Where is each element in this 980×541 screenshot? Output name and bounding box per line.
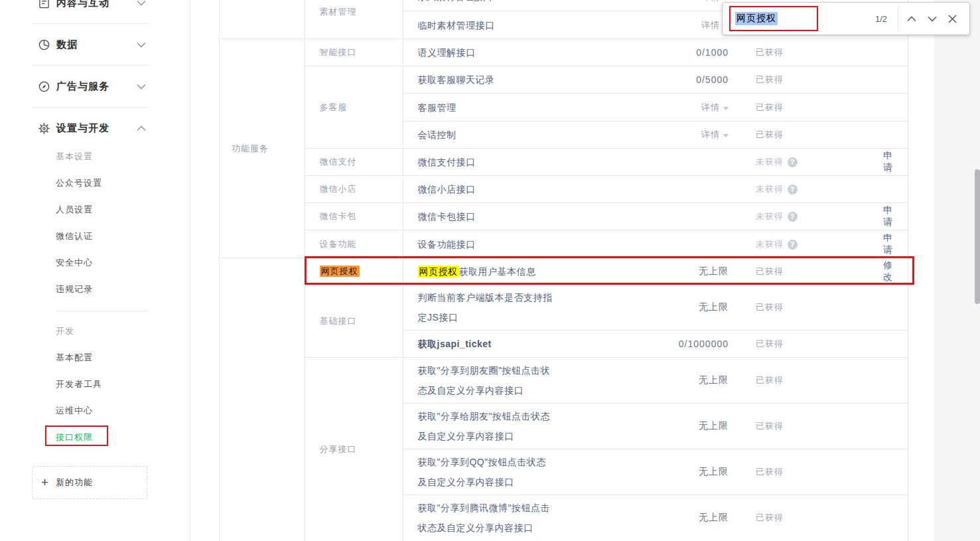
question-mark-icon[interactable]: ? — [788, 157, 798, 167]
table-row: 微信支付 微信支付接口 未获得? 申请 — [220, 149, 909, 176]
modify-link[interactable]: 修改 — [883, 260, 893, 282]
detail-link[interactable]: 详情 — [701, 102, 720, 112]
apply-link[interactable]: 申请 — [883, 150, 893, 173]
find-previous-button[interactable] — [901, 7, 922, 30]
detail-link[interactable]: 详情 — [701, 0, 720, 2]
group-label-function-services: 功能服务 — [220, 39, 305, 258]
quota-value: 无上限 — [611, 258, 734, 285]
api-name: 获取用户基本信息 — [459, 266, 536, 277]
detail-link[interactable]: 详情 — [701, 20, 720, 30]
caret-down-icon — [723, 107, 729, 110]
sidebar: 内容与互动 数据 广告与服务 设置与开发 — [0, 0, 190, 541]
table-row: 微信小店 微信小店接口 未获得? — [220, 176, 909, 203]
api-name: 微信支付接口 — [418, 152, 555, 172]
category-wechat-card: 微信卡包 — [305, 203, 403, 230]
category-multi-customer-service: 多客服 — [305, 66, 403, 149]
find-close-button[interactable] — [942, 7, 963, 30]
quota-value: 无上限 — [611, 285, 734, 331]
sidebar-section-content-interaction[interactable]: 内容与互动 — [0, 0, 190, 23]
find-next-button[interactable] — [922, 7, 942, 30]
category-share-api: 分享接口 — [305, 358, 403, 541]
api-name: 客服管理 — [418, 98, 555, 117]
api-name: 语义理解接口 — [418, 42, 555, 62]
table-row-web-auth: 网页授权 网页授权获取用户基本信息 无上限 已获得 修改 — [220, 258, 909, 285]
api-name: 获取"分享到腾讯微博"按钮点击状态及自定义分享内容接口 — [418, 498, 555, 538]
status-not-obtained: 未获得 — [756, 239, 784, 249]
table-row: 功能服务 智能接口 语义理解接口 0/1000 已获得 — [220, 39, 909, 66]
sidebar-item-security-center[interactable]: 安全中心 — [0, 250, 190, 276]
sidebar-group-header-basic-settings: 基本设置 — [0, 143, 190, 170]
ads-compass-icon — [38, 80, 50, 93]
find-result-count: 1/2 — [875, 14, 887, 24]
table-row: 设备功能 设备功能接口 未获得? 申请 — [220, 230, 909, 258]
status-obtained: 已获得 — [734, 495, 876, 541]
group-cell-empty — [220, 0, 305, 39]
caret-down-icon — [723, 134, 729, 137]
category-smart-api: 智能接口 — [305, 39, 403, 66]
api-name: 获取"分享到朋友圈"按钮点击状态及自定义分享内容接口 — [418, 360, 555, 400]
sidebar-item-wechat-verification[interactable]: 微信认证 — [0, 223, 190, 250]
question-mark-icon[interactable]: ? — [788, 240, 798, 250]
chevron-up-icon — [137, 125, 146, 131]
sidebar-section-settings-dev[interactable]: 设置与开发 — [0, 108, 190, 149]
sidebar-item-staff-settings[interactable]: 人员设置 — [0, 196, 190, 223]
sidebar-item-violation-records[interactable]: 违规记录 — [0, 276, 190, 303]
api-name: 微信小店接口 — [418, 179, 555, 199]
quota-value: 无上限 — [611, 449, 734, 495]
question-mark-icon[interactable]: ? — [788, 185, 798, 194]
sidebar-section-data[interactable]: 数据 — [0, 24, 190, 65]
category-wechat-store: 微信小店 — [305, 176, 403, 203]
status-obtained: 已获得 — [734, 258, 876, 285]
settings-gear-icon — [38, 122, 50, 135]
sidebar-section-label: 数据 — [56, 39, 78, 51]
new-feature-label: 新的功能 — [56, 477, 93, 489]
sidebar-item-developer-tools[interactable]: 开发者工具 — [0, 371, 190, 398]
category-basic-api: 基础接口 — [305, 285, 403, 358]
content-doc-icon — [38, 0, 50, 9]
api-name: 设备功能接口 — [418, 234, 555, 254]
api-name: 判断当前客户端版本是否支持指定JS接口 — [418, 287, 555, 327]
table-row: 分享接口 获取"分享到朋友圈"按钮点击状态及自定义分享内容接口 无上限 已获得 — [220, 358, 909, 404]
sidebar-group-header-development: 开发 — [0, 318, 190, 345]
category-material-management: 素材管理 — [305, 0, 403, 39]
api-name: 永久素材管理接口 — [418, 0, 612, 10]
sidebar-section-label: 内容与互动 — [56, 0, 109, 9]
sidebar-item-api-permissions[interactable]: 接口权限 — [0, 424, 190, 451]
status-obtained: 已获得 — [734, 449, 876, 495]
table-row: 微信卡包 微信卡包接口 未获得? 申请 — [220, 203, 909, 230]
status-not-obtained: 未获得 — [756, 184, 784, 194]
status-obtained: 已获得 — [734, 121, 876, 149]
status-obtained: 已获得 — [734, 94, 876, 121]
sidebar-item-account-settings[interactable]: 公众号设置 — [0, 170, 190, 196]
divider — [56, 311, 149, 311]
divider — [898, 7, 898, 30]
status-obtained: 已获得 — [734, 285, 876, 331]
detail-link[interactable]: 详情 — [701, 129, 720, 139]
sidebar-item-basic-config[interactable]: 基本配置 — [0, 345, 190, 371]
status-obtained: 已获得 — [734, 66, 876, 94]
category-device-function: 设备功能 — [305, 230, 403, 258]
sidebar-section-ads-services[interactable]: 广告与服务 — [0, 66, 190, 107]
find-in-page-bar: 网页授权 1/2 — [722, 2, 970, 35]
sidebar-item-ops-center[interactable]: 运维中心 — [0, 398, 190, 424]
status-not-obtained: 未获得 — [756, 211, 784, 221]
question-mark-icon[interactable]: ? — [788, 212, 798, 222]
api-name: 获取"分享到QQ"按钮点击状态及自定义分享内容接口 — [418, 452, 555, 492]
apply-link[interactable]: 申请 — [883, 204, 893, 227]
category-wechat-pay: 微信支付 — [305, 149, 403, 176]
new-feature-button[interactable]: + 新的功能 — [32, 466, 147, 499]
find-match-active: 网页授权 — [320, 266, 360, 277]
api-name: 会话控制 — [418, 125, 555, 145]
status-not-obtained: 未获得 — [756, 157, 784, 167]
api-name: 临时素材管理接口 — [418, 15, 555, 35]
group-cell-empty — [220, 258, 305, 541]
status-obtained: 已获得 — [734, 39, 876, 66]
api-name: 获取"分享给朋友"按钮点击状态及自定义分享内容接口 — [418, 406, 555, 446]
quota-value: 0/5000 — [611, 66, 734, 94]
plus-icon: + — [41, 475, 48, 490]
find-search-input[interactable]: 网页授权 — [735, 12, 778, 25]
quota-value: 无上限 — [611, 495, 734, 541]
apply-link[interactable]: 申请 — [883, 232, 893, 255]
vertical-scrollbar-thumb[interactable] — [975, 169, 980, 304]
quota-value: 无上限 — [611, 358, 734, 404]
